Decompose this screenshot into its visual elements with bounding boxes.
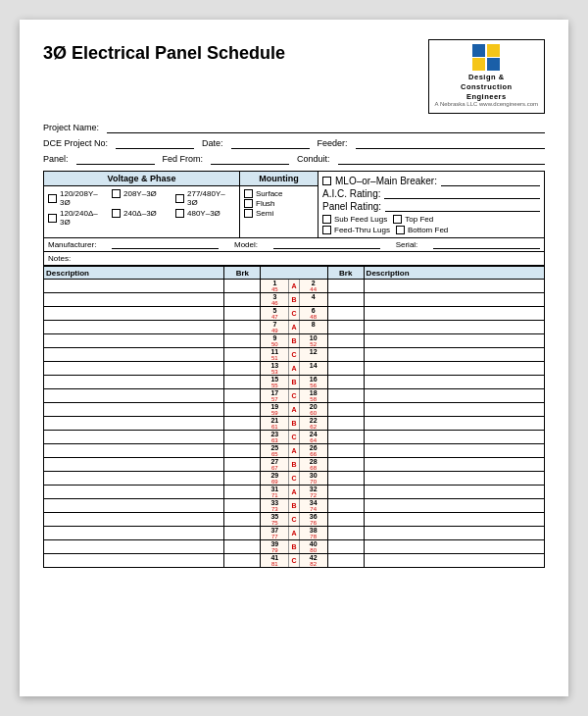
desc-right-cell[interactable] bbox=[364, 362, 544, 376]
brk-left-cell[interactable] bbox=[224, 348, 261, 362]
brk-right-cell[interactable] bbox=[327, 472, 364, 486]
desc-right-cell[interactable] bbox=[364, 499, 544, 513]
brk-left-cell[interactable] bbox=[224, 417, 261, 431]
mlo-cb[interactable] bbox=[322, 177, 331, 185]
brk-right-cell[interactable] bbox=[327, 540, 364, 554]
brk-left-cell[interactable] bbox=[224, 293, 261, 307]
panel-field[interactable] bbox=[76, 153, 155, 165]
desc-right-cell[interactable] bbox=[364, 348, 544, 362]
desc-right-cell[interactable] bbox=[364, 280, 544, 293]
brk-right-cell[interactable] bbox=[327, 293, 364, 307]
brk-right-cell[interactable] bbox=[327, 444, 364, 458]
brk-left-cell[interactable] bbox=[224, 280, 261, 293]
date-field[interactable] bbox=[231, 137, 310, 149]
volt-cb-3[interactable] bbox=[175, 194, 184, 203]
brk-left-cell[interactable] bbox=[224, 334, 261, 348]
brk-left-cell[interactable] bbox=[224, 486, 261, 499]
desc-left-cell[interactable] bbox=[44, 389, 224, 403]
desc-left-cell[interactable] bbox=[44, 527, 224, 540]
desc-left-cell[interactable] bbox=[44, 417, 224, 431]
mount-cb-1[interactable] bbox=[244, 189, 253, 198]
brk-right-cell[interactable] bbox=[327, 458, 364, 472]
brk-left-cell[interactable] bbox=[224, 458, 261, 472]
desc-right-cell[interactable] bbox=[364, 293, 544, 307]
desc-left-cell[interactable] bbox=[44, 321, 224, 334]
desc-right-cell[interactable] bbox=[364, 527, 544, 540]
desc-right-cell[interactable] bbox=[364, 554, 544, 568]
brk-right-cell[interactable] bbox=[327, 554, 364, 568]
desc-left-cell[interactable] bbox=[44, 348, 224, 362]
desc-right-cell[interactable] bbox=[364, 540, 544, 554]
bottom-fed-cb[interactable] bbox=[396, 226, 405, 234]
brk-right-cell[interactable] bbox=[327, 362, 364, 376]
manufacturer-field[interactable] bbox=[112, 240, 219, 249]
desc-left-cell[interactable] bbox=[44, 540, 224, 554]
desc-right-cell[interactable] bbox=[364, 486, 544, 499]
brk-left-cell[interactable] bbox=[224, 540, 261, 554]
brk-right-cell[interactable] bbox=[327, 403, 364, 417]
desc-right-cell[interactable] bbox=[364, 472, 544, 486]
brk-left-cell[interactable] bbox=[224, 307, 261, 321]
brk-right-cell[interactable] bbox=[327, 307, 364, 321]
desc-right-cell[interactable] bbox=[364, 307, 544, 321]
brk-right-cell[interactable] bbox=[327, 499, 364, 513]
brk-right-cell[interactable] bbox=[327, 513, 364, 527]
desc-left-cell[interactable] bbox=[44, 376, 224, 389]
brk-right-cell[interactable] bbox=[327, 280, 364, 293]
brk-left-cell[interactable] bbox=[224, 403, 261, 417]
desc-left-cell[interactable] bbox=[44, 458, 224, 472]
feeder-field[interactable] bbox=[356, 137, 545, 149]
panel-rating-field[interactable] bbox=[385, 201, 540, 212]
desc-left-cell[interactable] bbox=[44, 554, 224, 568]
dce-field[interactable] bbox=[116, 137, 194, 149]
desc-right-cell[interactable] bbox=[364, 444, 544, 458]
volt-cb-4[interactable] bbox=[48, 214, 57, 223]
fed-from-field[interactable] bbox=[211, 153, 289, 165]
brk-left-cell[interactable] bbox=[224, 527, 261, 540]
mount-cb-3[interactable] bbox=[244, 209, 253, 218]
desc-right-cell[interactable] bbox=[364, 321, 544, 334]
brk-right-cell[interactable] bbox=[327, 486, 364, 499]
desc-left-cell[interactable] bbox=[44, 293, 224, 307]
desc-left-cell[interactable] bbox=[44, 444, 224, 458]
desc-right-cell[interactable] bbox=[364, 334, 544, 348]
desc-right-cell[interactable] bbox=[364, 417, 544, 431]
desc-left-cell[interactable] bbox=[44, 486, 224, 499]
brk-right-cell[interactable] bbox=[327, 348, 364, 362]
brk-right-cell[interactable] bbox=[327, 431, 364, 444]
desc-left-cell[interactable] bbox=[44, 403, 224, 417]
mlo-field[interactable] bbox=[441, 176, 540, 186]
desc-right-cell[interactable] bbox=[364, 458, 544, 472]
brk-left-cell[interactable] bbox=[224, 321, 261, 334]
desc-left-cell[interactable] bbox=[44, 431, 224, 444]
desc-left-cell[interactable] bbox=[44, 362, 224, 376]
brk-right-cell[interactable] bbox=[327, 334, 364, 348]
top-fed-cb[interactable] bbox=[393, 215, 402, 224]
desc-right-cell[interactable] bbox=[364, 513, 544, 527]
brk-right-cell[interactable] bbox=[327, 389, 364, 403]
volt-cb-1[interactable] bbox=[48, 194, 57, 203]
conduit-field[interactable] bbox=[338, 153, 545, 165]
desc-left-cell[interactable] bbox=[44, 499, 224, 513]
desc-right-cell[interactable] bbox=[364, 431, 544, 444]
mount-cb-2[interactable] bbox=[244, 199, 253, 208]
brk-right-cell[interactable] bbox=[327, 376, 364, 389]
desc-right-cell[interactable] bbox=[364, 389, 544, 403]
brk-left-cell[interactable] bbox=[224, 431, 261, 444]
brk-left-cell[interactable] bbox=[224, 389, 261, 403]
desc-left-cell[interactable] bbox=[44, 280, 224, 293]
brk-left-cell[interactable] bbox=[224, 376, 261, 389]
serial-field[interactable] bbox=[433, 240, 540, 249]
feed-thru-cb[interactable] bbox=[322, 226, 331, 234]
volt-cb-2[interactable] bbox=[112, 189, 121, 198]
desc-right-cell[interactable] bbox=[364, 403, 544, 417]
sub-feed-cb[interactable] bbox=[322, 215, 331, 224]
aic-field[interactable] bbox=[384, 188, 540, 199]
brk-left-cell[interactable] bbox=[224, 472, 261, 486]
volt-cb-5[interactable] bbox=[112, 209, 121, 218]
desc-left-cell[interactable] bbox=[44, 472, 224, 486]
desc-left-cell[interactable] bbox=[44, 513, 224, 527]
desc-left-cell[interactable] bbox=[44, 334, 224, 348]
brk-right-cell[interactable] bbox=[327, 321, 364, 334]
brk-left-cell[interactable] bbox=[224, 499, 261, 513]
